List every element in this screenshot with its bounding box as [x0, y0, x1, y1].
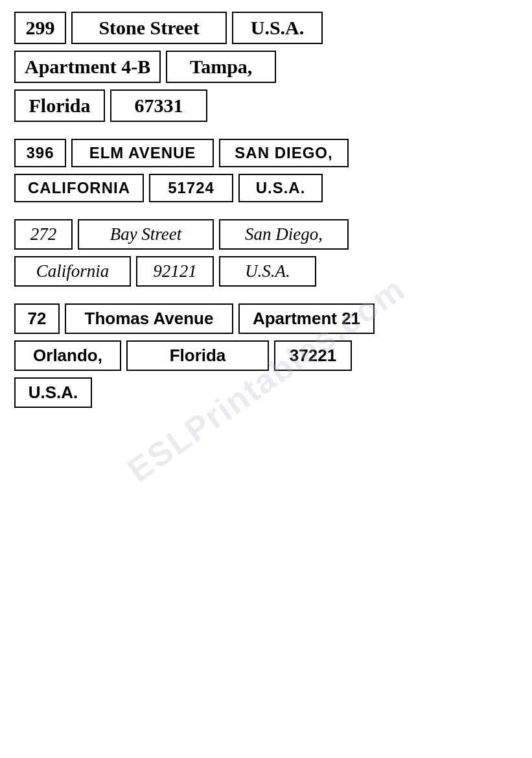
addr-box-3-1-3: San Diego,: [219, 219, 349, 250]
addr-box-4-3-1: U.S.A.: [14, 377, 92, 408]
addr-row-2-1: 396ELM AVENUESAN DIEGO,: [14, 139, 518, 167]
addr-text-4-1-3: Apartment 21: [253, 309, 360, 329]
addr-text-1-3-2: 67331: [135, 95, 183, 117]
addr-row-3-1: 272Bay StreetSan Diego,: [14, 219, 518, 250]
addr-text-3-1-1: 272: [30, 224, 57, 244]
addr-box-2-2-3: U.S.A.: [238, 174, 323, 202]
address-section-3: 272Bay StreetSan Diego,California92121U.…: [14, 219, 518, 287]
addr-row-4-1: 72Thomas AvenueApartment 21: [14, 303, 518, 334]
addr-box-1-3-1: Florida: [14, 89, 105, 122]
addr-box-4-2-3: 37221: [274, 340, 352, 371]
addr-box-4-1-2: Thomas Avenue: [65, 303, 233, 334]
addr-box-4-1-1: 72: [14, 303, 60, 334]
addr-text-1-2-2: Tampa,: [190, 56, 252, 78]
addr-box-3-2-2: 92121: [136, 256, 214, 287]
addr-box-1-1-1: 299: [14, 12, 66, 44]
addr-text-4-2-2: Florida: [170, 346, 226, 366]
addr-box-3-1-2: Bay Street: [78, 219, 214, 250]
addr-text-3-1-3: San Diego,: [245, 224, 323, 244]
addr-box-1-2-1: Apartment 4-B: [14, 51, 161, 83]
addr-text-4-3-1: U.S.A.: [29, 383, 78, 403]
addr-text-4-2-3: 37221: [290, 346, 336, 366]
addr-text-2-1-1: 396: [26, 144, 54, 162]
addr-text-1-1-3: U.S.A.: [251, 17, 305, 39]
addr-text-3-2-2: 92121: [153, 261, 197, 281]
address-section-1: 299Stone StreetU.S.A.Apartment 4-BTampa,…: [14, 12, 518, 122]
addr-text-4-2-1: Orlando,: [33, 346, 102, 366]
addr-box-1-3-2: 67331: [110, 89, 207, 122]
addr-text-3-1-2: Bay Street: [110, 224, 182, 244]
addr-box-4-2-2: Florida: [126, 340, 269, 371]
addr-text-2-2-2: 51724: [168, 179, 214, 197]
addr-row-1-1: 299Stone StreetU.S.A.: [14, 12, 518, 44]
addr-text-2-2-3: U.S.A.: [256, 179, 306, 197]
addr-row-1-3: Florida67331: [14, 89, 518, 122]
addresses-container: 299Stone StreetU.S.A.Apartment 4-BTampa,…: [14, 12, 518, 408]
addr-box-1-2-2: Tampa,: [166, 51, 276, 83]
addr-text-2-1-3: SAN DIEGO,: [235, 144, 332, 162]
addr-box-3-2-1: California: [14, 256, 131, 287]
addr-box-2-1-3: SAN DIEGO,: [219, 139, 349, 167]
addr-box-3-1-1: 272: [14, 219, 73, 250]
addr-text-1-3-1: Florida: [29, 95, 91, 117]
addr-box-3-2-3: U.S.A.: [219, 256, 316, 287]
addr-row-2-2: CALIFORNIA51724U.S.A.: [14, 174, 518, 202]
addr-row-4-2: Orlando,Florida37221: [14, 340, 518, 371]
addr-text-2-1-2: ELM AVENUE: [89, 144, 196, 162]
addr-text-1-1-2: Stone Street: [98, 17, 199, 39]
addr-box-4-2-1: Orlando,: [14, 340, 121, 371]
address-section-2: 396ELM AVENUESAN DIEGO,CALIFORNIA51724U.…: [14, 139, 518, 202]
address-section-4: 72Thomas AvenueApartment 21Orlando,Flori…: [14, 303, 518, 408]
addr-box-1-1-2: Stone Street: [71, 12, 227, 44]
addr-row-4-3: U.S.A.: [14, 377, 518, 408]
addr-row-3-2: California92121U.S.A.: [14, 256, 518, 287]
addr-text-1-1-1: 299: [26, 17, 55, 39]
addr-row-1-2: Apartment 4-BTampa,: [14, 51, 518, 83]
addr-box-1-1-3: U.S.A.: [232, 12, 323, 44]
addr-text-4-1-1: 72: [28, 309, 47, 329]
addr-box-2-1-2: ELM AVENUE: [71, 139, 214, 167]
addr-text-3-2-3: U.S.A.: [245, 261, 290, 281]
addr-text-3-2-1: California: [36, 261, 110, 281]
addr-box-2-2-1: CALIFORNIA: [14, 174, 144, 202]
addr-text-1-2-1: Apartment 4-B: [25, 56, 150, 78]
addr-text-2-2-1: CALIFORNIA: [28, 179, 130, 197]
addr-box-2-2-2: 51724: [149, 174, 233, 202]
addr-box-4-1-3: Apartment 21: [238, 303, 375, 334]
addr-box-2-1-1: 396: [14, 139, 66, 167]
addr-text-4-1-2: Thomas Avenue: [85, 309, 214, 329]
